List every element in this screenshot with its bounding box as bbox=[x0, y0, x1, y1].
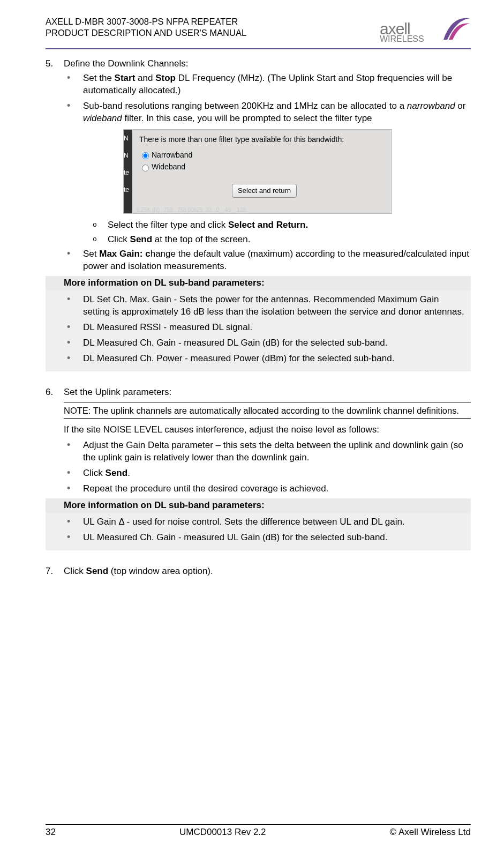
list-item: DL Measured RSSI - measured DL signal. bbox=[46, 322, 468, 334]
text: Sub-band resolutions ranging between 200… bbox=[83, 101, 407, 111]
radio-narrowband-label: Narrowband bbox=[152, 150, 192, 160]
list-item: Select the filter type and click Select … bbox=[46, 219, 471, 232]
text: . bbox=[127, 468, 130, 478]
list-item: UL Gain Δ - used for noise control. Sets… bbox=[46, 516, 468, 528]
footer-copyright: © Axell Wireless Ltd bbox=[390, 827, 471, 838]
step-7: 7. Click Send (top window area option). bbox=[46, 565, 471, 578]
text: or bbox=[455, 101, 466, 111]
step-6: 6. Set the Uplink parameters: bbox=[46, 386, 471, 399]
text-bold: Send bbox=[86, 566, 109, 576]
step-5-sublist: Select the filter type and click Select … bbox=[46, 219, 471, 246]
step-6-title: Set the Uplink parameters: bbox=[64, 386, 471, 399]
header-line2: PRODUCT DESCRIPTION AND USER'S MANUAL bbox=[46, 27, 246, 39]
list-item: Click Send. bbox=[46, 467, 471, 480]
radio-wideband-label: Wideband bbox=[152, 162, 185, 172]
dialog-footer-strip: 6 25K (N) 758 758 00625 33 0 49 128 bbox=[124, 206, 392, 214]
dl-info-box: DL Set Ch. Max. Gain - Sets the power fo… bbox=[46, 290, 471, 371]
text: at the top of the screen. bbox=[152, 234, 250, 244]
text-bold: Select and Return. bbox=[228, 220, 308, 230]
select-return-button[interactable]: Select and return bbox=[232, 184, 297, 198]
ul-info-box: UL Gain Δ - used for noise control. Sets… bbox=[46, 513, 471, 550]
list-item: DL Set Ch. Max. Gain - Sets the power fo… bbox=[46, 294, 468, 318]
uplink-note: NOTE: The uplink channels are automatica… bbox=[64, 402, 471, 419]
dialog-left-stripe: NNtete bbox=[124, 130, 132, 214]
radio-wideband-input[interactable] bbox=[142, 165, 149, 171]
text: Select the filter type and click bbox=[108, 220, 228, 230]
list-item: DL Measured Ch. Gain - measured DL Gain … bbox=[46, 337, 468, 349]
text: and bbox=[135, 73, 155, 83]
step-5-bullets-2: Set Max Gain: change the default value (… bbox=[46, 248, 471, 273]
text-bold: Max Gain: c bbox=[99, 249, 150, 259]
text: (top window area option). bbox=[108, 566, 213, 576]
ul-info-header: More information on DL sub-band paramete… bbox=[46, 498, 471, 513]
step-6-intro: If the site NOISE LEVEL causes interfere… bbox=[46, 424, 471, 436]
logo: axell WIRELESS bbox=[380, 16, 471, 42]
dialog-screenshot: NNtete There is more than one filter typ… bbox=[46, 129, 471, 214]
text: filter. In this case, you will be prompt… bbox=[122, 113, 372, 123]
text-italic: wideband bbox=[83, 113, 122, 123]
step-7-text: Click Send (top window area option). bbox=[64, 565, 471, 578]
filter-dialog: NNtete There is more than one filter typ… bbox=[123, 129, 392, 214]
text-bold: Send bbox=[106, 468, 128, 478]
list-item: Set the Start and Stop DL Frequency (MHz… bbox=[46, 72, 471, 97]
dialog-title: There is more than one filter type avail… bbox=[137, 132, 392, 149]
text: Click bbox=[64, 566, 86, 576]
radio-narrowband[interactable]: Narrowband bbox=[137, 149, 392, 161]
page-header: AXELL D-MBR 3007-3008-PS NFPA REPEATER P… bbox=[46, 16, 471, 49]
text: Set bbox=[83, 249, 99, 259]
dl-info-header: More information on DL sub-band paramete… bbox=[46, 276, 471, 290]
step-7-number: 7. bbox=[46, 565, 64, 578]
step-5: 5. Define the Downlink Channels: bbox=[46, 58, 471, 70]
page-footer: 32 UMCD00013 Rev 2.2 © Axell Wireless Lt… bbox=[46, 824, 471, 838]
header-text: AXELL D-MBR 3007-3008-PS NFPA REPEATER P… bbox=[46, 16, 246, 39]
text: Click bbox=[83, 468, 106, 478]
list-item: Sub-band resolutions ranging between 200… bbox=[46, 100, 471, 125]
step-6-number: 6. bbox=[46, 386, 64, 399]
list-item: Adjust the Gain Delta parameter – this s… bbox=[46, 439, 471, 464]
step-5-bullets: Set the Start and Stop DL Frequency (MHz… bbox=[46, 72, 471, 125]
logo-swoosh-icon bbox=[441, 13, 473, 42]
text-bold: Send bbox=[130, 234, 153, 244]
text-bold: Stop bbox=[155, 73, 176, 83]
list-item: Repeat the procedure until the desired c… bbox=[46, 483, 471, 495]
text: Set the bbox=[83, 73, 115, 83]
list-item: Click Send at the top of the screen. bbox=[46, 234, 471, 246]
header-line1: AXELL D-MBR 3007-3008-PS NFPA REPEATER bbox=[46, 16, 246, 27]
footer-page-number: 32 bbox=[46, 827, 56, 838]
radio-narrowband-input[interactable] bbox=[142, 152, 149, 159]
list-item: UL Measured Ch. Gain - measured UL Gain … bbox=[46, 532, 468, 544]
step-6-bullets: Adjust the Gain Delta parameter – this s… bbox=[46, 439, 471, 495]
text-italic: narrowband bbox=[407, 101, 455, 111]
radio-wideband[interactable]: Wideband bbox=[137, 161, 392, 173]
page-body: 5. Define the Downlink Channels: Set the… bbox=[46, 49, 471, 578]
list-item: DL Measured Ch. Power - measured Power (… bbox=[46, 353, 468, 365]
list-item: Set Max Gain: change the default value (… bbox=[46, 248, 471, 273]
step-5-number: 5. bbox=[46, 58, 64, 70]
logo-sub: WIRELESS bbox=[380, 34, 424, 44]
text: Click bbox=[108, 234, 130, 244]
step-5-title: Define the Downlink Channels: bbox=[64, 58, 471, 70]
text-bold: Start bbox=[115, 73, 136, 83]
footer-doc-rev: UMCD00013 Rev 2.2 bbox=[179, 827, 266, 838]
